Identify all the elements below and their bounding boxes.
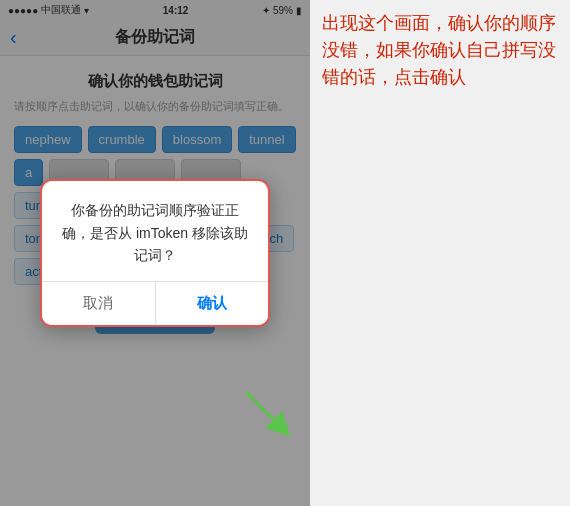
- modal-actions: 取消 确认: [42, 281, 268, 325]
- modal-text: 你备份的助记词顺序验证正确，是否从 imToken 移除该助记词？: [58, 199, 252, 266]
- annotation-panel: 出现这个画面，确认你的顺序没错，如果你确认自己拼写没错的话，点击确认: [310, 0, 570, 506]
- svg-line-0: [246, 392, 282, 428]
- phone-frame: ●●●●● 中国联通 ▾ 14:12 ✦ 59% ▮ ‹ 备份助记词 确认你的钱…: [0, 0, 310, 506]
- modal-cancel-button[interactable]: 取消: [42, 282, 156, 325]
- annotation-text: 出现这个画面，确认你的顺序没错，如果你确认自己拼写没错的话，点击确认: [322, 10, 558, 91]
- modal-confirm-button[interactable]: 确认: [156, 282, 269, 325]
- arrow-indicator: [236, 382, 296, 442]
- modal-body: 你备份的助记词顺序验证正确，是否从 imToken 移除该助记词？: [42, 181, 268, 280]
- modal-overlay: 你备份的助记词顺序验证正确，是否从 imToken 移除该助记词？ 取消 确认: [0, 0, 310, 506]
- modal-box: 你备份的助记词顺序验证正确，是否从 imToken 移除该助记词？ 取消 确认: [40, 179, 270, 326]
